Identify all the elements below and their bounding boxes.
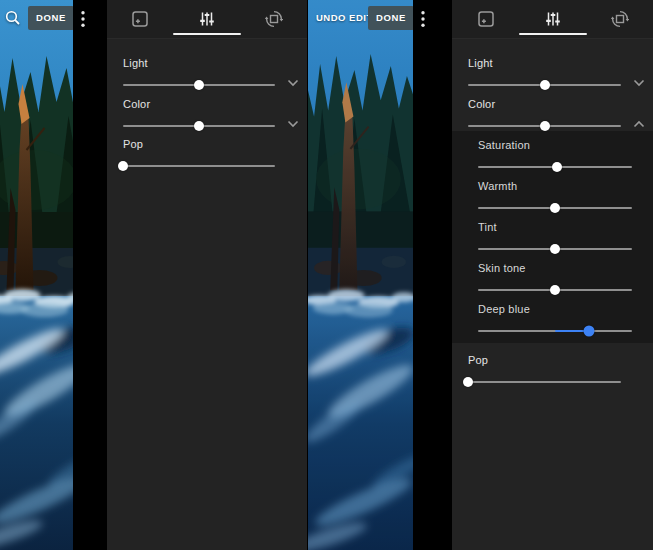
chevron-down-icon[interactable] xyxy=(285,116,301,132)
color-label: Color xyxy=(123,98,150,110)
slider-list: LightColorSaturationWarmthTintSkin toneD… xyxy=(452,0,653,550)
gutter xyxy=(73,0,107,550)
slider-track xyxy=(468,381,621,383)
slider-list: LightColorPop xyxy=(107,0,307,550)
skin-tone-row: Skin tone xyxy=(452,262,653,296)
skin-tone-label: Skin tone xyxy=(478,262,526,274)
warmth-row: Warmth xyxy=(452,180,653,214)
skin-tone-slider[interactable] xyxy=(478,284,632,296)
deep-blue-tint-overlay xyxy=(308,0,413,550)
color-row: Color xyxy=(452,98,653,132)
photo-editor-comparison: DONE LightColorPop xyxy=(0,0,653,550)
pop-slider-thumb[interactable] xyxy=(118,161,128,171)
saturation-slider[interactable] xyxy=(478,161,632,173)
light-slider-thumb[interactable] xyxy=(540,80,550,90)
light-row: Light xyxy=(452,57,653,91)
done-button[interactable]: DONE xyxy=(28,6,73,30)
pop-slider-thumb[interactable] xyxy=(463,377,473,387)
slider-track xyxy=(123,165,275,167)
pop-row: Pop xyxy=(452,354,653,388)
photo-preview[interactable]: DONE xyxy=(0,0,73,550)
more-options-icon[interactable] xyxy=(80,9,86,29)
light-slider[interactable] xyxy=(123,79,275,91)
saturation-label: Saturation xyxy=(478,139,530,151)
pop-row: Pop xyxy=(107,138,307,172)
deep-blue-row: Deep blue xyxy=(452,303,653,337)
chevron-down-icon[interactable] xyxy=(631,75,647,91)
gutter xyxy=(413,0,452,550)
chevron-down-icon[interactable] xyxy=(285,75,301,91)
waterfall-photo xyxy=(0,0,73,550)
tune-panel: LightColorSaturationWarmthTintSkin toneD… xyxy=(452,0,653,550)
pop-slider[interactable] xyxy=(123,160,275,172)
saturation-slider-thumb[interactable] xyxy=(552,162,562,172)
warmth-label: Warmth xyxy=(478,180,517,192)
tint-label: Tint xyxy=(478,221,497,233)
color-label: Color xyxy=(468,98,495,110)
zoom-icon[interactable] xyxy=(5,10,21,26)
tint-slider[interactable] xyxy=(478,243,632,255)
chevron-up-icon[interactable] xyxy=(631,116,647,132)
warmth-slider[interactable] xyxy=(478,202,632,214)
light-slider-thumb[interactable] xyxy=(194,80,204,90)
color-slider-thumb[interactable] xyxy=(194,121,204,131)
screenshot-color-expanded: UNDO EDITS DONE LightColor xyxy=(308,0,653,550)
color-slider-thumb[interactable] xyxy=(540,121,550,131)
color-slider[interactable] xyxy=(468,120,621,132)
deep-blue-slider[interactable] xyxy=(478,325,632,337)
light-slider[interactable] xyxy=(468,79,621,91)
more-options-icon[interactable] xyxy=(420,9,426,29)
color-row: Color xyxy=(107,98,307,132)
light-label: Light xyxy=(468,57,493,69)
tune-panel: LightColorPop xyxy=(107,0,307,550)
photo-preview[interactable]: UNDO EDITS DONE xyxy=(308,0,413,550)
deep-blue-slider-thumb[interactable] xyxy=(583,326,594,337)
tint-slider-thumb[interactable] xyxy=(550,244,560,254)
pop-label: Pop xyxy=(123,138,143,150)
skin-tone-slider-thumb[interactable] xyxy=(550,285,560,295)
tint-row: Tint xyxy=(452,221,653,255)
deep-blue-label: Deep blue xyxy=(478,303,530,315)
light-label: Light xyxy=(123,57,148,69)
screenshot-tune-collapsed: DONE LightColorPop xyxy=(0,0,308,550)
color-slider[interactable] xyxy=(123,120,275,132)
saturation-row: Saturation xyxy=(452,139,653,173)
light-row: Light xyxy=(107,57,307,91)
pop-slider[interactable] xyxy=(468,376,621,388)
pop-label: Pop xyxy=(468,354,488,366)
warmth-slider-thumb[interactable] xyxy=(550,203,560,213)
done-button[interactable]: DONE xyxy=(368,6,413,30)
